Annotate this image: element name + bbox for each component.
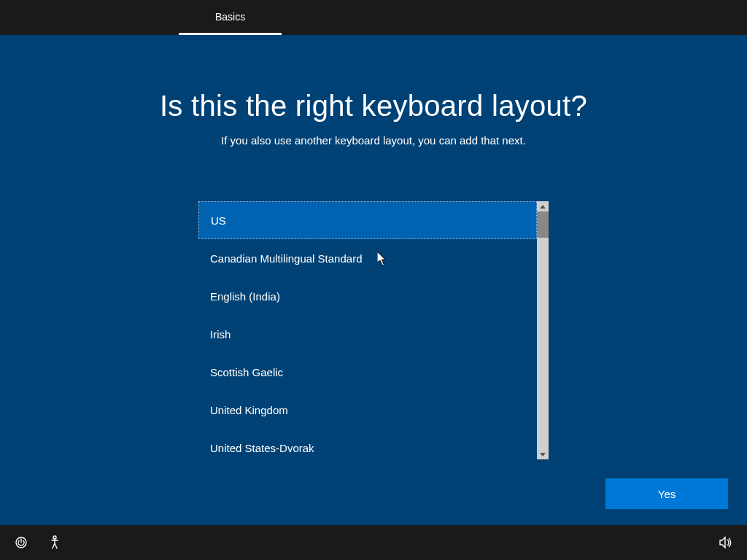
bottom-bar bbox=[0, 525, 747, 560]
main-content: Is this the right keyboard layout? If yo… bbox=[0, 35, 747, 525]
top-bar: Basics bbox=[0, 0, 747, 35]
keyboard-layout-list[interactable]: US Canadian Multilingual Standard Englis… bbox=[198, 201, 537, 459]
list-item[interactable]: US bbox=[198, 201, 537, 239]
tab-basics[interactable]: Basics bbox=[179, 0, 282, 35]
list-item[interactable]: United Kingdom bbox=[198, 391, 537, 429]
accessibility-icon[interactable] bbox=[47, 534, 63, 551]
list-item-label: United States-Dvorak bbox=[210, 442, 314, 454]
scrollbar[interactable] bbox=[537, 201, 549, 459]
list-item-label: Scottish Gaelic bbox=[210, 366, 283, 378]
list-item[interactable]: United States-Dvorak bbox=[198, 429, 537, 459]
tab-label: Basics bbox=[215, 11, 245, 23]
list-item[interactable]: Canadian Multilingual Standard bbox=[198, 239, 537, 277]
scroll-down-arrow-icon[interactable] bbox=[537, 449, 549, 459]
list-item-label: US bbox=[211, 214, 226, 227]
scroll-track[interactable] bbox=[537, 211, 549, 449]
power-icon[interactable] bbox=[13, 534, 29, 551]
yes-button[interactable]: Yes bbox=[605, 478, 728, 509]
list-item[interactable]: Irish bbox=[198, 315, 537, 353]
list-item[interactable]: English (India) bbox=[198, 277, 537, 315]
list-item-label: United Kingdom bbox=[210, 404, 288, 416]
yes-button-label: Yes bbox=[658, 488, 676, 500]
page-title: Is this the right keyboard layout? bbox=[160, 90, 587, 122]
page-subtitle: If you also use another keyboard layout,… bbox=[221, 134, 526, 147]
volume-icon[interactable] bbox=[718, 534, 734, 551]
list-item[interactable]: Scottish Gaelic bbox=[198, 353, 537, 391]
scroll-thumb[interactable] bbox=[537, 211, 549, 238]
keyboard-layout-list-container: US Canadian Multilingual Standard Englis… bbox=[198, 201, 549, 459]
list-item-label: Irish bbox=[210, 328, 231, 341]
list-item-label: English (India) bbox=[210, 290, 280, 303]
scroll-up-arrow-icon[interactable] bbox=[537, 201, 549, 211]
list-item-label: Canadian Multilingual Standard bbox=[210, 252, 362, 265]
